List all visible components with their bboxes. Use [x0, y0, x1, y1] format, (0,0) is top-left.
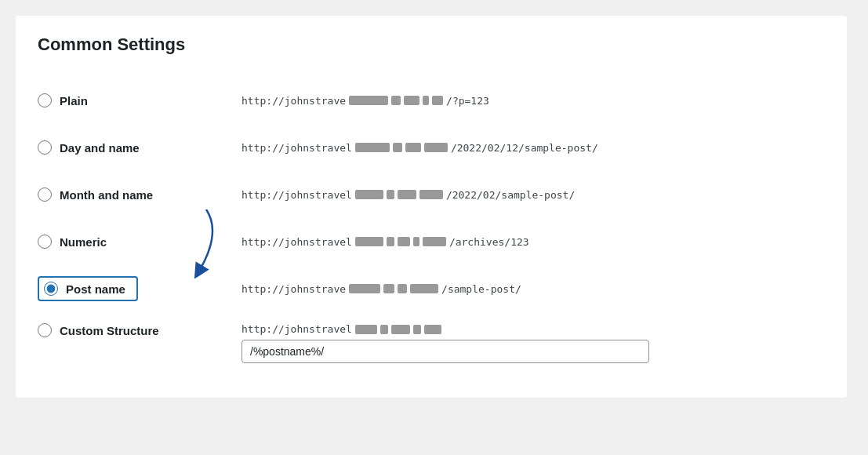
- url-display-day-and-name: http://johnstravel /2022/02/12/sample-po…: [242, 142, 825, 154]
- url-prefix-post-name: http://johnstrave: [242, 283, 346, 295]
- url-prefix-custom: http://johnstravel: [242, 323, 352, 335]
- radio-label-month-and-name[interactable]: Month and name: [38, 187, 226, 202]
- url-blur: [423, 96, 429, 105]
- url-blur: [393, 143, 402, 152]
- radio-col-plain: Plain: [38, 93, 242, 107]
- custom-url-section: http://johnstravel: [242, 323, 825, 363]
- url-blur: [391, 96, 401, 105]
- url-blur: [398, 284, 407, 293]
- url-prefix-month-and-name: http://johnstravel: [242, 189, 352, 201]
- url-col-post-name: http://johnstrave /sample-post/: [242, 283, 825, 295]
- url-display-plain: http://johnstrave /?p=123: [242, 95, 825, 107]
- radio-label-plain[interactable]: Plain: [38, 93, 226, 107]
- permalink-row-plain: Plain http://johnstrave /?p=123: [38, 77, 825, 124]
- url-blur: [423, 237, 446, 246]
- url-blur: [355, 325, 377, 334]
- radio-custom-structure[interactable]: [38, 323, 52, 337]
- permalink-options: Plain http://johnstrave /?p=123 Day and …: [38, 77, 825, 373]
- url-blur: [413, 325, 421, 334]
- permalink-row-custom-structure: Custom Structure http://johnstravel: [38, 312, 825, 373]
- url-prefix-plain: http://johnstrave: [242, 95, 346, 107]
- url-prefix-numeric: http://johnstravel: [242, 236, 352, 248]
- url-blur: [387, 190, 394, 199]
- radio-label-day-and-name[interactable]: Day and name: [38, 140, 226, 155]
- url-display-month-and-name: http://johnstravel /2022/02/sample-post/: [242, 189, 825, 201]
- radio-col-day-and-name: Day and name: [38, 140, 242, 155]
- permalink-row-post-name: Post name http://johnstrave /sample-post…: [38, 265, 825, 312]
- radio-text-plain: Plain: [60, 94, 88, 107]
- radio-day-and-name[interactable]: [38, 140, 52, 155]
- url-display-numeric: http://johnstravel /archives/123: [242, 236, 825, 248]
- url-blur: [355, 143, 390, 152]
- url-suffix-numeric: /archives/123: [449, 236, 529, 248]
- radio-label-custom-structure[interactable]: Custom Structure: [38, 323, 226, 337]
- permalink-row-month-and-name: Month and name http://johnstravel /2022/…: [38, 171, 825, 218]
- url-blur: [424, 325, 441, 334]
- radio-numeric[interactable]: [38, 235, 52, 249]
- url-blur: [380, 325, 388, 334]
- url-blur: [349, 96, 388, 105]
- url-blur: [410, 284, 438, 293]
- url-blur: [391, 325, 410, 334]
- url-blur: [355, 237, 383, 246]
- url-blur: [404, 96, 419, 105]
- custom-url-display: http://johnstravel: [242, 323, 825, 335]
- settings-panel: Common Settings Plain http://johnstrave …: [16, 16, 847, 398]
- url-suffix-month-and-name: /2022/02/sample-post/: [446, 189, 575, 201]
- radio-text-month-and-name: Month and name: [60, 188, 153, 202]
- url-blur: [405, 143, 421, 152]
- url-blur: [398, 190, 416, 199]
- radio-col-custom-structure: Custom Structure: [38, 323, 242, 337]
- radio-text-custom-structure: Custom Structure: [60, 324, 159, 337]
- url-blur: [413, 237, 419, 246]
- radio-post-name[interactable]: [44, 282, 58, 296]
- url-col-plain: http://johnstrave /?p=123: [242, 95, 825, 107]
- radio-text-day-and-name: Day and name: [60, 141, 140, 155]
- page-title: Common Settings: [38, 35, 825, 55]
- radio-label-post-name[interactable]: Post name: [38, 276, 226, 301]
- custom-structure-input[interactable]: [242, 340, 649, 363]
- url-blur: [424, 143, 448, 152]
- url-blur: [419, 190, 443, 199]
- radio-text-post-name: Post name: [66, 282, 125, 296]
- arrow-container: Post name: [38, 276, 242, 301]
- url-col-numeric: http://johnstravel /archives/123: [242, 236, 825, 248]
- url-suffix-post-name: /sample-post/: [441, 283, 521, 295]
- radio-col-post-name: Post name: [38, 276, 242, 301]
- url-blur: [432, 96, 443, 105]
- permalink-row-numeric: Numeric http://johnstravel /archives/123: [38, 218, 825, 265]
- url-blur: [383, 284, 394, 293]
- url-prefix-day-and-name: http://johnstravel: [242, 142, 352, 154]
- url-blur: [387, 237, 394, 246]
- radio-col-month-and-name: Month and name: [38, 187, 242, 202]
- url-col-month-and-name: http://johnstravel /2022/02/sample-post/: [242, 189, 825, 201]
- url-col-day-and-name: http://johnstravel /2022/02/12/sample-po…: [242, 142, 825, 154]
- url-blur: [398, 237, 410, 246]
- permalink-row-day-and-name: Day and name http://johnstravel /2022/02…: [38, 124, 825, 171]
- url-suffix-day-and-name: /2022/02/12/sample-post/: [451, 142, 598, 154]
- radio-col-numeric: Numeric: [38, 235, 242, 249]
- url-blur: [349, 284, 380, 293]
- radio-plain[interactable]: [38, 93, 52, 107]
- radio-label-numeric[interactable]: Numeric: [38, 235, 226, 249]
- url-display-post-name: http://johnstrave /sample-post/: [242, 283, 825, 295]
- url-suffix-plain: /?p=123: [446, 95, 489, 107]
- radio-month-and-name[interactable]: [38, 187, 52, 202]
- radio-text-numeric: Numeric: [60, 235, 107, 249]
- url-col-custom-structure: http://johnstravel: [242, 323, 825, 363]
- post-name-highlight: Post name: [38, 276, 138, 301]
- url-blur: [355, 190, 383, 199]
